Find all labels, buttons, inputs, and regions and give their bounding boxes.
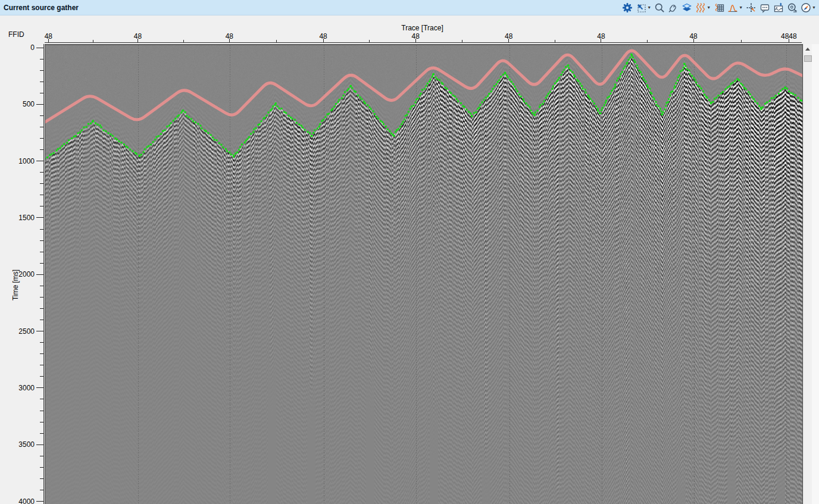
trace-axis-tick-label: 48 bbox=[36, 32, 60, 40]
layers-icon bbox=[682, 2, 692, 13]
panel-title: Current source gather bbox=[0, 4, 79, 12]
time-axis-minor-tick bbox=[40, 172, 43, 173]
time-axis-major-tick bbox=[36, 48, 43, 48]
zoom-button[interactable] bbox=[653, 2, 666, 14]
trace-axis-minor-tick bbox=[647, 40, 648, 42]
trace-axis-tick-label: 48 bbox=[497, 32, 521, 40]
time-axis-tick-label: 3000 bbox=[5, 384, 35, 392]
time-axis-minor-tick bbox=[40, 229, 43, 230]
zoom-icon bbox=[654, 2, 665, 13]
comment-icon bbox=[759, 2, 770, 13]
time-axis-major-tick bbox=[36, 444, 43, 445]
header-table-button[interactable] bbox=[712, 2, 726, 14]
trace-axis-minor-tick bbox=[183, 40, 184, 42]
mouse-tools-icon bbox=[668, 2, 679, 13]
time-axis-minor-tick bbox=[40, 263, 43, 264]
trace-axis-tick-label: 48 bbox=[217, 32, 241, 40]
trace-axis-tick-label: 48 bbox=[589, 32, 613, 40]
time-axis-minor-tick bbox=[40, 93, 43, 93]
measure-button[interactable] bbox=[786, 2, 799, 14]
time-axis-major-tick bbox=[36, 501, 43, 502]
wiggle-display-button[interactable]: ▼ bbox=[694, 2, 712, 14]
trace-axis-title: Trace [Trace] bbox=[379, 24, 465, 32]
time-axis-major-tick bbox=[36, 274, 43, 275]
time-axis-minor-tick bbox=[40, 286, 43, 286]
vertical-scrollbar[interactable] bbox=[803, 44, 812, 504]
measure-icon bbox=[787, 2, 798, 13]
scrollbar-thumb[interactable] bbox=[804, 55, 812, 62]
trace-axis-minor-tick bbox=[462, 40, 462, 42]
time-axis-tick-label: 2000 bbox=[5, 270, 35, 278]
time-axis-tick-label: 0 bbox=[5, 43, 35, 52]
ffid-axis-label: FFID bbox=[8, 30, 24, 39]
time-axis-minor-tick bbox=[40, 422, 43, 422]
time-axis-minor-tick bbox=[40, 183, 43, 184]
trace-axis-tick-label: 48 bbox=[404, 32, 427, 40]
time-axis-tick-label: 4000 bbox=[5, 497, 35, 504]
crosshair-pick-button[interactable] bbox=[745, 2, 758, 14]
chevron-down-icon[interactable]: ▼ bbox=[707, 5, 711, 10]
mouse-tools-button[interactable] bbox=[667, 2, 680, 14]
time-axis-line bbox=[43, 44, 44, 504]
seismic-view[interactable] bbox=[45, 44, 803, 504]
amplitude-curve-button[interactable]: ▼ bbox=[726, 2, 744, 14]
time-axis-major-tick bbox=[36, 387, 43, 388]
settings-gear-icon bbox=[622, 2, 633, 13]
time-axis-minor-tick bbox=[40, 70, 43, 71]
wiggle-display-icon bbox=[695, 2, 706, 13]
trace-axis-minor-tick bbox=[741, 40, 742, 42]
settings-gear-button[interactable] bbox=[621, 2, 634, 14]
time-axis-minor-tick bbox=[40, 365, 43, 365]
export-image-icon bbox=[773, 2, 784, 13]
comment-button[interactable] bbox=[758, 2, 771, 14]
selection-mode-icon bbox=[636, 2, 646, 13]
time-axis-tick-label: 1000 bbox=[5, 157, 35, 165]
chevron-down-icon[interactable]: ▼ bbox=[739, 5, 743, 10]
scroll-up-arrow-icon bbox=[805, 48, 810, 51]
time-axis-minor-tick bbox=[40, 342, 43, 343]
trace-axis-line bbox=[45, 42, 802, 43]
chevron-down-icon[interactable]: ▼ bbox=[647, 5, 651, 10]
export-image-button[interactable] bbox=[772, 2, 785, 14]
time-axis-minor-tick bbox=[40, 376, 43, 377]
layers-button[interactable] bbox=[680, 2, 693, 14]
selection-mode-button[interactable]: ▼ bbox=[634, 2, 652, 14]
seismic-image-canvas[interactable] bbox=[45, 44, 802, 504]
trace-axis-tick-label: 48 bbox=[682, 32, 705, 40]
time-axis-minor-tick bbox=[40, 206, 43, 206]
time-axis-minor-tick bbox=[40, 297, 43, 298]
toolbar: ▼▼▼▼ bbox=[621, 0, 817, 15]
panel-titlebar: Current source gather ▼▼▼▼ bbox=[0, 0, 819, 15]
time-axis-minor-tick bbox=[40, 478, 43, 479]
time-axis-minor-tick bbox=[40, 240, 43, 241]
time-axis-tick-label: 3500 bbox=[5, 440, 35, 449]
trace-axis-tick-label: 4848 bbox=[777, 32, 801, 40]
time-axis-minor-tick bbox=[40, 82, 43, 82]
time-axis-minor-tick bbox=[40, 127, 43, 127]
trace-axis-tick-label: 48 bbox=[311, 32, 335, 40]
time-axis-major-tick bbox=[36, 104, 43, 105]
time-axis-minor-tick bbox=[40, 320, 43, 320]
time-axis-minor-tick bbox=[40, 308, 43, 309]
time-axis-minor-tick bbox=[40, 138, 43, 139]
time-axis-major-tick bbox=[36, 161, 43, 161]
time-axis-tick-label: 1500 bbox=[5, 214, 35, 222]
time-axis-minor-tick bbox=[40, 353, 43, 354]
trace-axis-minor-tick bbox=[369, 40, 370, 42]
scroll-up-button[interactable] bbox=[804, 44, 812, 54]
time-axis-tick-label: 500 bbox=[5, 100, 35, 108]
time-axis-tick-label: 2500 bbox=[5, 327, 35, 336]
source-gather-window: Current source gather ▼▼▼▼ FFID Trace [T… bbox=[0, 0, 819, 504]
trace-axis-minor-tick bbox=[555, 40, 555, 42]
compass-button[interactable]: ▼ bbox=[799, 2, 817, 14]
time-axis-minor-tick bbox=[40, 115, 43, 116]
chevron-down-icon[interactable]: ▼ bbox=[812, 5, 816, 10]
time-axis-minor-tick bbox=[40, 252, 43, 252]
time-axis-major-tick bbox=[36, 217, 43, 218]
right-margin bbox=[812, 44, 819, 504]
time-axis-minor-tick bbox=[40, 467, 43, 468]
compass-icon bbox=[801, 2, 811, 13]
trace-axis-minor-tick bbox=[276, 40, 277, 42]
time-axis-minor-tick bbox=[40, 149, 43, 150]
time-axis-minor-tick bbox=[40, 433, 43, 434]
